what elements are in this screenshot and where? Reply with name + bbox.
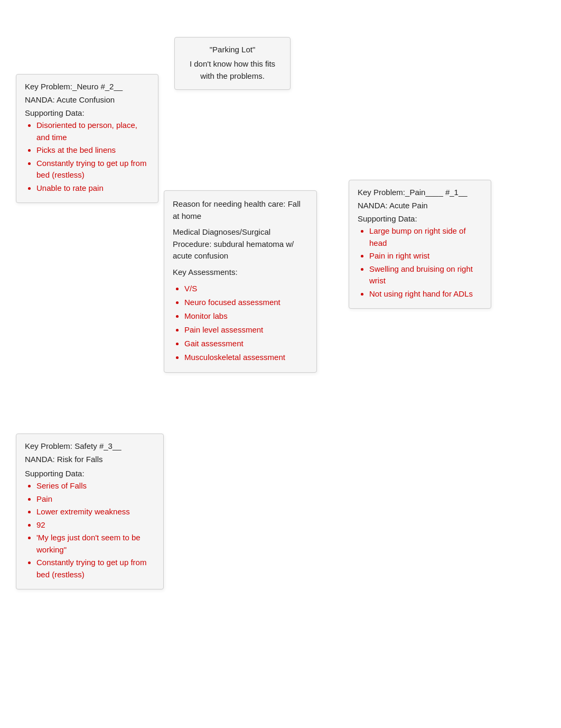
assessments-list: V/S Neuro focused assessment Monitor lab… xyxy=(173,282,308,364)
neuro-nanda: NANDA: Acute Confusion xyxy=(25,95,149,104)
list-item: Neuro focused assessment xyxy=(184,296,308,309)
list-item: Lower extremity weakness xyxy=(36,506,155,518)
safety-nanda: NANDA: Risk for Falls xyxy=(25,455,155,464)
list-item: 92 xyxy=(36,519,155,531)
list-item: Pain in right wrist xyxy=(369,250,482,262)
list-item: 'My legs just don't seem to be working" xyxy=(36,532,155,556)
pain-nanda: NANDA: Acute Pain xyxy=(358,201,482,210)
neuro-card: Key Problem:_Neuro #_2__ NANDA: Acute Co… xyxy=(16,74,158,203)
list-item: Constantly trying to get up from bed (re… xyxy=(36,158,149,181)
list-item: Gait assessment xyxy=(184,337,308,350)
list-item: Disoriented to person, place, and time xyxy=(36,119,149,143)
neuro-key-problem: Key Problem:_Neuro #_2__ xyxy=(25,82,149,91)
parking-lot-content: I don't know how this fits with the prob… xyxy=(183,58,282,82)
list-item: Pain xyxy=(36,493,155,505)
safety-supporting-list: Series of Falls Pain Lower extremity wea… xyxy=(25,480,155,580)
neuro-supporting-list: Disoriented to person, place, and time P… xyxy=(25,119,149,194)
list-item: Pain level assessment xyxy=(184,324,308,336)
list-item: Constantly trying to get up from bed (re… xyxy=(36,557,155,580)
assessments-label: Key Assessments: xyxy=(173,266,308,279)
list-item: Unable to rate pain xyxy=(36,182,149,195)
list-item: V/S xyxy=(184,282,308,295)
list-item: Monitor labs xyxy=(184,310,308,322)
list-item: Musculoskeletal assessment xyxy=(184,351,308,364)
medical-label: Medical Diagnoses/Surgical Procedure: su… xyxy=(173,226,308,262)
pain-card: Key Problem:_Pain____ #_1__ NANDA: Acute… xyxy=(349,180,491,309)
safety-key-problem: Key Problem: Safety #_3__ xyxy=(25,441,155,450)
neuro-supporting-label: Supporting Data: xyxy=(25,108,149,117)
pain-supporting-label: Supporting Data: xyxy=(358,214,482,223)
reason-label: Reason for needing health care: Fall at … xyxy=(173,198,308,222)
list-item: Picks at the bed linens xyxy=(36,144,149,156)
pain-key-problem: Key Problem:_Pain____ #_1__ xyxy=(358,188,482,197)
center-card: Reason for needing health care: Fall at … xyxy=(164,190,317,373)
safety-supporting-label: Supporting Data: xyxy=(25,469,155,478)
list-item: Series of Falls xyxy=(36,480,155,492)
list-item: Not using right hand for ADLs xyxy=(369,288,482,300)
safety-card: Key Problem: Safety #_3__ NANDA: Risk fo… xyxy=(16,434,164,589)
list-item: Swelling and bruising on right wrist xyxy=(369,263,482,287)
list-item: Large bump on right side of head xyxy=(369,225,482,249)
parking-lot-card: "Parking Lot" I don't know how this fits… xyxy=(174,37,291,90)
pain-supporting-list: Large bump on right side of head Pain in… xyxy=(358,225,482,300)
parking-lot-title: "Parking Lot" xyxy=(183,45,282,54)
